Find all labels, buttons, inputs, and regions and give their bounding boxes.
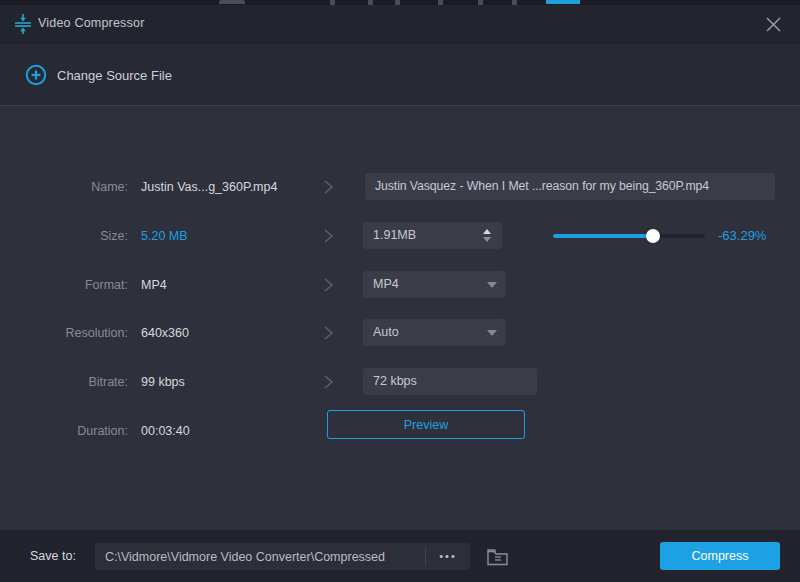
resolution-selected-value: Auto bbox=[373, 325, 399, 339]
format-dropdown[interactable]: MP4 bbox=[363, 271, 506, 298]
bitrate-row: Bitrate: 99 kbps 72 kbps bbox=[0, 367, 800, 397]
size-label: Size: bbox=[10, 221, 128, 251]
save-path-input[interactable]: C:\Vidmore\Vidmore Video Converter\Compr… bbox=[95, 550, 425, 564]
header-bar: Change Source File bbox=[0, 44, 800, 106]
size-reduction-percent: -63.29% bbox=[718, 221, 766, 251]
resolution-source-value: 640x360 bbox=[141, 318, 189, 348]
duration-row: Duration: 00:03:40 Preview bbox=[0, 416, 800, 446]
compressor-form: Name: Justin Vas...g_360P.mp4 Justin Vas… bbox=[0, 107, 800, 530]
bitrate-input[interactable]: 72 kbps bbox=[363, 368, 537, 395]
format-label: Format: bbox=[10, 270, 128, 300]
resolution-dropdown[interactable]: Auto bbox=[363, 319, 506, 346]
parent-accent-fragment bbox=[546, 0, 580, 4]
compress-button[interactable]: Compress bbox=[660, 542, 780, 570]
arrow-right-icon bbox=[320, 325, 336, 341]
browse-ellipsis-button[interactable]: ••• bbox=[426, 543, 470, 570]
duration-label: Duration: bbox=[10, 416, 128, 446]
format-selected-value: MP4 bbox=[373, 277, 399, 291]
target-size-value: 1.91MB bbox=[373, 228, 416, 242]
save-path-field: C:\Vidmore\Vidmore Video Converter\Compr… bbox=[95, 543, 470, 570]
parent-icon-fragment bbox=[219, 0, 245, 4]
footer-bar: Save to: C:\Vidmore\Vidmore Video Conver… bbox=[0, 530, 800, 582]
arrow-right-icon bbox=[320, 179, 336, 195]
name-label: Name: bbox=[10, 172, 128, 202]
name-row: Name: Justin Vas...g_360P.mp4 Justin Vas… bbox=[0, 172, 800, 202]
arrow-right-icon bbox=[320, 374, 336, 390]
preview-button[interactable]: Preview bbox=[327, 410, 525, 439]
bitrate-label: Bitrate: bbox=[10, 367, 128, 397]
target-size-spinner[interactable]: 1.91MB bbox=[363, 222, 502, 249]
change-source-file-button[interactable]: Change Source File bbox=[57, 68, 172, 83]
format-source-value: MP4 bbox=[141, 270, 167, 300]
open-folder-icon[interactable] bbox=[484, 544, 511, 570]
format-row: Format: MP4 MP4 bbox=[0, 270, 800, 300]
size-spinner-arrows bbox=[480, 222, 494, 249]
close-icon[interactable] bbox=[760, 11, 786, 37]
spinner-down-icon[interactable] bbox=[483, 237, 491, 242]
bitrate-source-value: 99 kbps bbox=[141, 367, 185, 397]
size-slider-thumb[interactable] bbox=[646, 229, 660, 243]
arrow-right-icon bbox=[320, 228, 336, 244]
dialog-title: Video Compressor bbox=[38, 16, 145, 30]
add-circle-icon[interactable] bbox=[25, 64, 47, 86]
compressor-icon bbox=[13, 13, 33, 35]
size-slider[interactable] bbox=[553, 234, 705, 238]
duration-value: 00:03:40 bbox=[141, 416, 190, 446]
spinner-up-icon[interactable] bbox=[483, 229, 491, 234]
video-compressor-dialog: Video Compressor Change Source File Name… bbox=[0, 0, 800, 582]
size-row: Size: 5.20 MB 1.91MB -63.29% bbox=[0, 221, 800, 251]
size-source-value: 5.20 MB bbox=[141, 221, 188, 251]
dropdown-arrow-icon bbox=[487, 330, 497, 336]
resolution-row: Resolution: 640x360 Auto bbox=[0, 318, 800, 348]
size-slider-fill bbox=[553, 234, 653, 238]
resolution-label: Resolution: bbox=[10, 318, 128, 348]
arrow-right-icon bbox=[320, 277, 336, 293]
name-source-value: Justin Vas...g_360P.mp4 bbox=[141, 172, 277, 202]
save-to-label: Save to: bbox=[30, 530, 76, 582]
dropdown-arrow-icon bbox=[487, 282, 497, 288]
output-name-input[interactable]: Justin Vasquez - When I Met ...reason fo… bbox=[365, 173, 775, 200]
titlebar: Video Compressor bbox=[0, 5, 800, 44]
